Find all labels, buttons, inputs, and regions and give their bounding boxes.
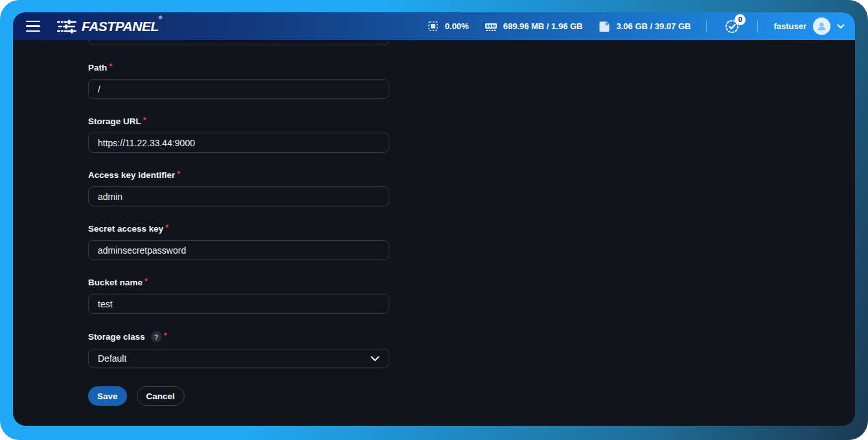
field-label: Storage class ? * bbox=[88, 331, 389, 342]
cancel-button[interactable]: Cancel bbox=[137, 386, 185, 406]
memory-usage-value: 689.96 MB / 1.96 GB bbox=[503, 21, 583, 31]
field-path: Path* bbox=[88, 63, 389, 99]
access-key-input[interactable] bbox=[88, 186, 389, 206]
navbar-divider bbox=[706, 21, 707, 32]
bucket-name-input[interactable] bbox=[88, 294, 389, 314]
cpu-icon bbox=[427, 20, 439, 32]
storage-url-input[interactable] bbox=[88, 133, 389, 153]
clipped-field-top bbox=[88, 40, 389, 45]
settings-form: Path* Storage URL* Access key identifier… bbox=[13, 40, 855, 426]
user-avatar-icon bbox=[813, 17, 830, 35]
required-marker: * bbox=[164, 331, 167, 341]
required-marker: * bbox=[143, 115, 146, 126]
tasks-button[interactable]: 0 bbox=[722, 17, 742, 36]
top-navbar: FASTPANEL® 0.00% bbox=[13, 12, 855, 40]
chevron-down-icon bbox=[371, 356, 380, 362]
username-label: fastuser bbox=[773, 21, 806, 31]
hamburger-menu-icon[interactable] bbox=[19, 16, 47, 38]
user-menu[interactable]: fastuser bbox=[773, 17, 845, 35]
field-storage-class: Storage class ? * Default bbox=[88, 331, 389, 368]
field-access-key: Access key identifier* bbox=[88, 170, 389, 206]
required-marker: * bbox=[165, 223, 168, 233]
cpu-usage-value: 0.00% bbox=[445, 21, 469, 31]
navbar-divider bbox=[757, 21, 758, 32]
storage-class-select[interactable]: Default bbox=[88, 349, 389, 368]
tasks-count-badge: 0 bbox=[735, 14, 746, 25]
chevron-down-icon bbox=[837, 24, 845, 29]
help-icon[interactable]: ? bbox=[151, 331, 162, 342]
field-label: Bucket name* bbox=[88, 278, 389, 288]
ram-icon bbox=[485, 21, 497, 32]
field-bucket-name: Bucket name* bbox=[88, 278, 389, 314]
required-marker: * bbox=[109, 61, 112, 72]
secret-key-input[interactable] bbox=[88, 240, 389, 260]
required-marker: * bbox=[144, 276, 148, 287]
required-marker: * bbox=[177, 169, 180, 179]
disk-icon bbox=[599, 20, 611, 32]
partial-input[interactable] bbox=[88, 40, 389, 45]
brand-logo[interactable]: FASTPANEL® bbox=[57, 19, 162, 34]
field-label: Access key identifier* bbox=[88, 170, 389, 181]
selected-option: Default bbox=[98, 353, 126, 364]
registered-trademark: ® bbox=[159, 15, 162, 21]
cpu-usage-stat[interactable]: 0.00% bbox=[427, 20, 469, 32]
background-frame: FASTPANEL® 0.00% bbox=[0, 0, 868, 440]
field-storage-url: Storage URL* bbox=[88, 116, 389, 153]
form-actions: Save Cancel bbox=[88, 386, 855, 406]
field-label: Path* bbox=[88, 63, 389, 73]
disk-usage-value: 3.06 GB / 39.07 GB bbox=[617, 21, 691, 31]
fastpanel-sliders-icon bbox=[57, 19, 76, 34]
screen: FASTPANEL® 0.00% bbox=[0, 0, 868, 440]
navbar-status-area: 0.00% bbox=[427, 17, 845, 36]
path-input[interactable] bbox=[88, 79, 389, 99]
field-secret-key: Secret access key* bbox=[88, 224, 389, 260]
disk-usage-stat[interactable]: 3.06 GB / 39.07 GB bbox=[599, 20, 691, 32]
save-button[interactable]: Save bbox=[88, 386, 127, 406]
app-window: FASTPANEL® 0.00% bbox=[13, 12, 855, 426]
brand-name: FASTPANEL® bbox=[82, 19, 162, 34]
memory-usage-stat[interactable]: 689.96 MB / 1.96 GB bbox=[485, 21, 583, 32]
field-label: Secret access key* bbox=[88, 224, 389, 234]
field-label: Storage URL* bbox=[88, 116, 389, 127]
